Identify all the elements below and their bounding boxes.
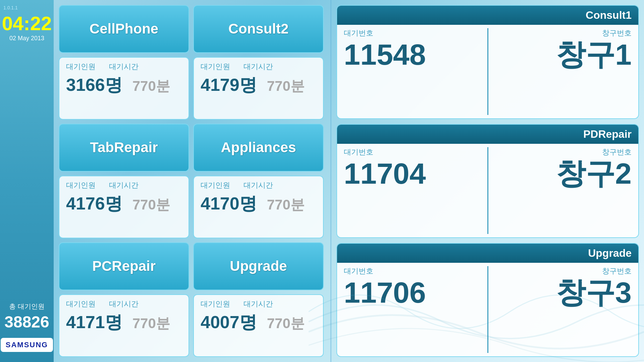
waiting-label-pcrepair: 대기인원 [66,299,96,309]
date-display: 02 May 2013 [9,35,44,42]
service-values-appliances: 4170명 770분 [201,192,316,216]
waiting-time-pcrepair: 770분 [132,314,170,333]
pdrepair-window-number: 창구2 [556,159,632,188]
waiting-count-pcrepair: 4171명 [66,311,122,334]
version-text: 1.0.1.1 [3,5,18,10]
service-labels-consult2: 대기인원 대기시간 [201,62,316,72]
waiting-label-tabrepair: 대기인원 [66,180,96,190]
service-name-pcrepair: PCRepair [92,258,156,274]
service-name-consult2: Consult2 [228,21,289,37]
consult1-window-section: 창구번호 창구1 [488,28,632,115]
service-info-appliances: 대기인원 대기시간 4170명 770분 [193,176,324,239]
service-header-cellphone: CellPhone [59,5,189,53]
waiting-label-consult2: 대기인원 [201,62,230,72]
consult1-queue-number: 11548 [344,40,426,69]
service-values-tabrepair: 4176명 770분 [66,192,182,216]
pdrepair-queue-number: 11704 [344,159,426,188]
waiting-time-cellphone: 770분 [132,77,170,96]
service-values-upgrade: 4007명 770분 [201,311,316,334]
service-labels-upgrade: 대기인원 대기시간 [201,299,316,309]
time-label-pcrepair: 대기시간 [109,299,139,309]
total-waiting-count: 38826 [4,313,49,331]
service-info-pcrepair: 대기인원 대기시간 4171명 770분 [59,294,189,357]
pdrepair-window-section: 창구번호 창구2 [488,147,632,234]
time-label-consult2: 대기시간 [244,62,273,72]
total-waiting-label: 총 대기인원 [9,302,45,311]
time-label-appliances: 대기시간 [244,180,273,190]
samsung-logo: SAMSUNG [1,338,53,352]
waiting-time-upgrade: 770분 [267,314,305,333]
waiting-count-upgrade: 4007명 [201,311,257,334]
consult1-queue-label: 대기번호 [344,28,373,38]
consult1-queue-section: 대기번호 11548 [344,28,488,115]
wave-decoration [309,261,644,362]
consult1-header: Consult1 [337,6,638,25]
service-header-appliances: Appliances [193,124,324,172]
waiting-time-appliances: 770분 [267,195,305,214]
service-name-tabrepair: TabRepair [90,139,158,156]
time-label-cellphone: 대기시간 [109,62,139,72]
consult-card-pdrepair: PDRepair 대기번호 11704 창구번호 창구2 [336,124,639,238]
pdrepair-body: 대기번호 11704 창구번호 창구2 [337,144,638,237]
pdrepair-queue-label: 대기번호 [344,147,373,157]
main-content: CellPhone Consult2 대기인원 대기시간 3166명 770분 … [54,0,329,362]
waiting-count-consult2: 4179명 [201,73,257,97]
consult1-window-label: 창구번호 [602,28,632,38]
consult1-window-number: 창구1 [556,40,632,69]
service-info-cellphone: 대기인원 대기시간 3166명 770분 [59,57,189,120]
service-values-pcrepair: 4171명 770분 [66,311,182,334]
waiting-label-appliances: 대기인원 [201,180,230,190]
waiting-count-cellphone: 3166명 [66,73,122,97]
service-info-tabrepair: 대기인원 대기시간 4176명 770분 [59,176,189,239]
upgrade-title: Upgrade [588,247,632,259]
service-name-upgrade: Upgrade [230,258,287,274]
pdrepair-window-label: 창구번호 [602,147,632,157]
consult1-title: Consult1 [586,9,632,21]
waiting-time-tabrepair: 770분 [132,195,170,214]
waiting-count-tabrepair: 4176명 [66,192,122,216]
pdrepair-title: PDRepair [583,128,632,140]
left-sidebar: 1.0.1.1 04:22 02 May 2013 총 대기인원 38826 S… [0,0,54,362]
service-name-appliances: Appliances [221,139,296,156]
service-name-cellphone: CellPhone [90,21,158,37]
service-header-consult2: Consult2 [193,5,324,53]
waiting-count-appliances: 4170명 [201,192,257,216]
service-info-consult2: 대기인원 대기시간 4179명 770분 [193,57,324,120]
service-labels-tabrepair: 대기인원 대기시간 [66,180,182,190]
service-values-cellphone: 3166명 770분 [66,73,182,97]
service-labels-cellphone: 대기인원 대기시간 [66,62,182,72]
service-values-consult2: 4179명 770분 [201,73,316,97]
time-label-upgrade: 대기시간 [244,299,273,309]
consult1-body: 대기번호 11548 창구번호 창구1 [337,25,638,118]
pdrepair-header: PDRepair [337,125,638,144]
upgrade-header: Upgrade [337,244,638,263]
service-labels-appliances: 대기인원 대기시간 [201,180,316,190]
service-info-upgrade: 대기인원 대기시간 4007명 770분 [193,294,324,357]
service-header-upgrade: Upgrade [193,242,324,290]
clock-display: 04:22 [2,14,52,33]
service-header-tabrepair: TabRepair [59,124,189,172]
waiting-label-upgrade: 대기인원 [201,299,230,309]
service-header-pcrepair: PCRepair [59,242,189,290]
waiting-label-cellphone: 대기인원 [66,62,96,72]
waiting-time-consult2: 770분 [267,77,305,96]
pdrepair-queue-section: 대기번호 11704 [344,147,488,234]
service-labels-pcrepair: 대기인원 대기시간 [66,299,182,309]
time-label-tabrepair: 대기시간 [109,180,139,190]
consult-card-consult1: Consult1 대기번호 11548 창구번호 창구1 [336,5,639,119]
